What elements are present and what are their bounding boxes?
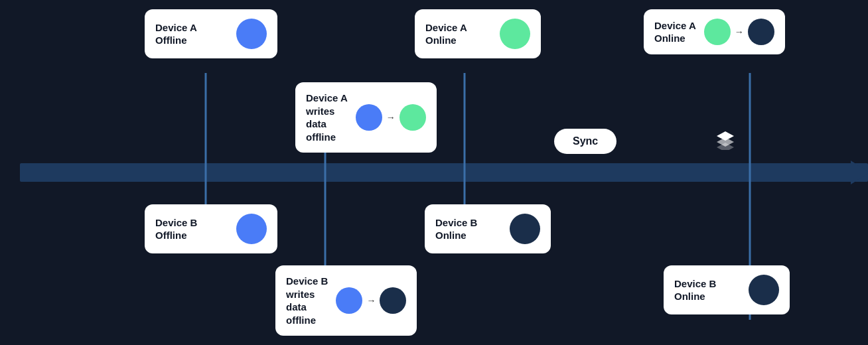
dot-navy-4 xyxy=(749,275,779,305)
dot-blue-2 xyxy=(356,104,382,131)
card-device-b-online-1-icons xyxy=(510,214,540,244)
card-device-a-writes: Device A writes data offline → xyxy=(295,82,437,153)
layers-icon xyxy=(715,130,735,154)
connector-col1-top xyxy=(205,73,207,174)
arrow-icon-1: → xyxy=(386,112,396,123)
timeline-arrow xyxy=(851,161,868,184)
dot-green-1 xyxy=(399,104,426,131)
card-device-a-online-2-text: Device A Online xyxy=(654,19,696,45)
card-device-b-online-2-icons xyxy=(749,275,779,305)
card-device-a-online-1: Device A Online xyxy=(415,9,541,58)
arrow-icon-3: → xyxy=(366,295,376,306)
card-device-b-online-2: Device B Online xyxy=(664,265,790,314)
card-device-a-writes-icons: → xyxy=(356,104,426,131)
card-device-a-online-1-text: Device A Online xyxy=(425,21,467,47)
arrow-icon-2: → xyxy=(735,27,744,37)
card-device-a-online-2: Device A Online → xyxy=(644,9,785,54)
sync-label: Sync xyxy=(573,135,598,147)
dot-blue-4 xyxy=(336,287,362,314)
card-device-b-offline: Device B Offline xyxy=(145,204,277,253)
dot-blue-1 xyxy=(236,19,267,49)
card-device-b-writes-icons: → xyxy=(336,287,406,314)
dot-green-2 xyxy=(500,19,530,49)
card-device-a-offline-text: Device A Offline xyxy=(155,21,197,47)
card-device-a-offline: Device A Offline xyxy=(145,9,277,58)
dot-navy-3 xyxy=(510,214,540,244)
card-device-b-online-2-text: Device B Online xyxy=(674,277,716,303)
dot-blue-3 xyxy=(236,214,267,244)
card-device-b-online-1-text: Device B Online xyxy=(435,216,477,242)
card-device-a-online-2-icons: → xyxy=(704,19,774,45)
dot-navy-1 xyxy=(748,19,774,45)
dot-green-3 xyxy=(704,19,731,45)
svg-marker-2 xyxy=(717,143,734,150)
card-device-b-writes: Device B writes data offline → xyxy=(275,265,417,336)
dot-navy-2 xyxy=(380,287,406,314)
sync-pill: Sync xyxy=(554,129,616,154)
card-device-b-online-1: Device B Online xyxy=(425,204,551,253)
connector-col4-top xyxy=(749,73,751,174)
card-device-b-offline-icons xyxy=(236,214,267,244)
card-device-a-online-1-icons xyxy=(500,19,530,49)
card-device-a-offline-icons xyxy=(236,19,267,49)
connector-col3-top xyxy=(464,73,466,174)
timeline xyxy=(0,162,868,183)
card-device-a-writes-text: Device A writes data offline xyxy=(306,92,348,143)
card-device-b-writes-text: Device B writes data offline xyxy=(286,275,328,326)
timeline-bar xyxy=(20,163,868,182)
card-device-b-offline-text: Device B Offline xyxy=(155,216,197,242)
